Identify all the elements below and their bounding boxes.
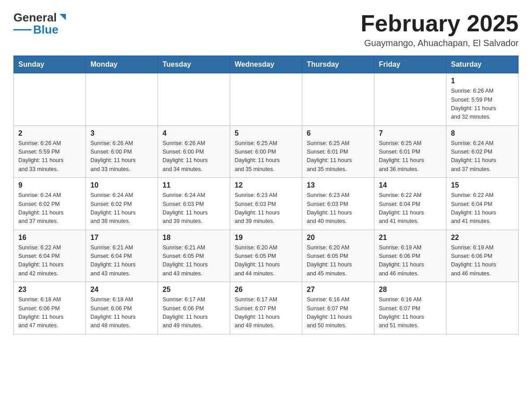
table-row: 15Sunrise: 6:22 AM Sunset: 6:04 PM Dayli… — [446, 178, 519, 230]
table-row — [86, 73, 158, 126]
day-info: Sunrise: 6:26 AM Sunset: 6:00 PM Dayligh… — [163, 139, 225, 174]
table-row: 23Sunrise: 6:18 AM Sunset: 6:06 PM Dayli… — [14, 282, 86, 334]
table-row: 22Sunrise: 6:19 AM Sunset: 6:06 PM Dayli… — [446, 230, 519, 282]
day-number: 21 — [379, 234, 442, 242]
calendar-week-2: 2Sunrise: 6:26 AM Sunset: 5:59 PM Daylig… — [14, 125, 519, 178]
calendar-week-3: 9Sunrise: 6:24 AM Sunset: 6:02 PM Daylig… — [14, 178, 519, 230]
day-number: 1 — [451, 77, 514, 85]
day-number: 3 — [90, 129, 153, 137]
day-number: 11 — [163, 181, 225, 189]
table-row: 14Sunrise: 6:22 AM Sunset: 6:04 PM Dayli… — [374, 178, 446, 230]
day-number: 27 — [307, 286, 369, 294]
day-number: 25 — [163, 286, 225, 294]
day-info: Sunrise: 6:25 AM Sunset: 6:00 PM Dayligh… — [235, 139, 297, 174]
day-info: Sunrise: 6:22 AM Sunset: 6:04 PM Dayligh… — [451, 191, 514, 226]
day-number: 2 — [18, 129, 81, 137]
day-number: 15 — [451, 181, 514, 189]
day-number: 7 — [379, 129, 442, 137]
table-row: 4Sunrise: 6:26 AM Sunset: 6:00 PM Daylig… — [158, 125, 230, 178]
table-row: 3Sunrise: 6:26 AM Sunset: 6:00 PM Daylig… — [86, 125, 158, 178]
calendar-table: Sunday Monday Tuesday Wednesday Thursday… — [13, 56, 519, 334]
day-info: Sunrise: 6:16 AM Sunset: 6:07 PM Dayligh… — [379, 295, 442, 330]
table-row: 19Sunrise: 6:20 AM Sunset: 6:05 PM Dayli… — [230, 230, 302, 282]
day-number: 18 — [163, 234, 225, 242]
calendar-header-row: Sunday Monday Tuesday Wednesday Thursday… — [14, 56, 519, 73]
day-number: 19 — [235, 234, 297, 242]
logo: General Blue — [13, 11, 67, 37]
day-info: Sunrise: 6:26 AM Sunset: 5:59 PM Dayligh… — [18, 139, 81, 174]
logo-blue-text: Blue — [33, 23, 58, 37]
table-row: 26Sunrise: 6:17 AM Sunset: 6:07 PM Dayli… — [230, 282, 302, 334]
table-row: 7Sunrise: 6:25 AM Sunset: 6:01 PM Daylig… — [374, 125, 446, 178]
col-tuesday: Tuesday — [158, 56, 230, 73]
day-info: Sunrise: 6:25 AM Sunset: 6:01 PM Dayligh… — [379, 139, 442, 174]
title-block: February 2025 Guaymango, Ahuachapan, El … — [360, 11, 519, 48]
logo-triangle-icon — [57, 12, 67, 22]
table-row: 24Sunrise: 6:18 AM Sunset: 6:06 PM Dayli… — [86, 282, 158, 334]
day-info: Sunrise: 6:21 AM Sunset: 6:04 PM Dayligh… — [90, 244, 153, 278]
table-row: 25Sunrise: 6:17 AM Sunset: 6:06 PM Dayli… — [158, 282, 230, 334]
day-info: Sunrise: 6:19 AM Sunset: 6:06 PM Dayligh… — [451, 244, 514, 278]
table-row: 6Sunrise: 6:25 AM Sunset: 6:01 PM Daylig… — [302, 125, 374, 178]
table-row: 2Sunrise: 6:26 AM Sunset: 5:59 PM Daylig… — [14, 125, 86, 178]
day-info: Sunrise: 6:17 AM Sunset: 6:06 PM Dayligh… — [163, 295, 225, 330]
page-title: February 2025 — [360, 11, 519, 36]
table-row — [230, 73, 302, 126]
col-thursday: Thursday — [302, 56, 374, 73]
table-row: 27Sunrise: 6:16 AM Sunset: 6:07 PM Dayli… — [302, 282, 374, 334]
col-friday: Friday — [374, 56, 446, 73]
table-row: 10Sunrise: 6:24 AM Sunset: 6:02 PM Dayli… — [86, 178, 158, 230]
day-info: Sunrise: 6:26 AM Sunset: 6:00 PM Dayligh… — [90, 139, 153, 174]
table-row: 5Sunrise: 6:25 AM Sunset: 6:00 PM Daylig… — [230, 125, 302, 178]
page-header: General Blue February 2025 Guaymango, Ah… — [13, 11, 519, 48]
day-info: Sunrise: 6:23 AM Sunset: 6:03 PM Dayligh… — [307, 191, 369, 226]
col-monday: Monday — [86, 56, 158, 73]
day-info: Sunrise: 6:16 AM Sunset: 6:07 PM Dayligh… — [307, 295, 369, 330]
table-row — [446, 282, 519, 334]
table-row — [374, 73, 446, 126]
day-info: Sunrise: 6:22 AM Sunset: 6:04 PM Dayligh… — [379, 191, 442, 226]
day-info: Sunrise: 6:22 AM Sunset: 6:04 PM Dayligh… — [18, 244, 81, 278]
calendar-week-1: 1Sunrise: 6:26 AM Sunset: 5:59 PM Daylig… — [14, 73, 519, 126]
day-info: Sunrise: 6:20 AM Sunset: 6:05 PM Dayligh… — [307, 244, 369, 278]
day-number: 16 — [18, 234, 81, 242]
table-row: 21Sunrise: 6:19 AM Sunset: 6:06 PM Dayli… — [374, 230, 446, 282]
table-row: 9Sunrise: 6:24 AM Sunset: 6:02 PM Daylig… — [14, 178, 86, 230]
page-subtitle: Guaymango, Ahuachapan, El Salvador — [360, 38, 519, 48]
day-number: 12 — [235, 181, 297, 189]
calendar-week-5: 23Sunrise: 6:18 AM Sunset: 6:06 PM Dayli… — [14, 282, 519, 334]
table-row: 16Sunrise: 6:22 AM Sunset: 6:04 PM Dayli… — [14, 230, 86, 282]
table-row: 11Sunrise: 6:24 AM Sunset: 6:03 PM Dayli… — [158, 178, 230, 230]
table-row — [302, 73, 374, 126]
day-info: Sunrise: 6:24 AM Sunset: 6:02 PM Dayligh… — [18, 191, 81, 226]
day-info: Sunrise: 6:20 AM Sunset: 6:05 PM Dayligh… — [235, 244, 297, 278]
day-info: Sunrise: 6:25 AM Sunset: 6:01 PM Dayligh… — [307, 139, 369, 174]
day-number: 5 — [235, 129, 297, 137]
day-info: Sunrise: 6:24 AM Sunset: 6:02 PM Dayligh… — [90, 191, 153, 226]
table-row: 17Sunrise: 6:21 AM Sunset: 6:04 PM Dayli… — [86, 230, 158, 282]
day-info: Sunrise: 6:24 AM Sunset: 6:03 PM Dayligh… — [163, 191, 225, 226]
day-info: Sunrise: 6:26 AM Sunset: 5:59 PM Dayligh… — [451, 87, 514, 122]
table-row: 28Sunrise: 6:16 AM Sunset: 6:07 PM Dayli… — [374, 282, 446, 334]
day-number: 14 — [379, 181, 442, 189]
table-row — [14, 73, 86, 126]
table-row: 1Sunrise: 6:26 AM Sunset: 5:59 PM Daylig… — [446, 73, 519, 126]
table-row: 12Sunrise: 6:23 AM Sunset: 6:03 PM Dayli… — [230, 178, 302, 230]
day-number: 9 — [18, 181, 81, 189]
table-row — [158, 73, 230, 126]
day-number: 6 — [307, 129, 369, 137]
calendar-week-4: 16Sunrise: 6:22 AM Sunset: 6:04 PM Dayli… — [14, 230, 519, 282]
day-info: Sunrise: 6:18 AM Sunset: 6:06 PM Dayligh… — [18, 295, 81, 330]
day-number: 26 — [235, 286, 297, 294]
table-row: 8Sunrise: 6:24 AM Sunset: 6:02 PM Daylig… — [446, 125, 519, 178]
day-number: 8 — [451, 129, 514, 137]
day-number: 10 — [90, 181, 153, 189]
day-number: 17 — [90, 234, 153, 242]
col-sunday: Sunday — [14, 56, 86, 73]
table-row: 20Sunrise: 6:20 AM Sunset: 6:05 PM Dayli… — [302, 230, 374, 282]
table-row: 18Sunrise: 6:21 AM Sunset: 6:05 PM Dayli… — [158, 230, 230, 282]
day-info: Sunrise: 6:19 AM Sunset: 6:06 PM Dayligh… — [379, 244, 442, 278]
col-wednesday: Wednesday — [230, 56, 302, 73]
day-info: Sunrise: 6:24 AM Sunset: 6:02 PM Dayligh… — [451, 139, 514, 174]
col-saturday: Saturday — [446, 56, 519, 73]
